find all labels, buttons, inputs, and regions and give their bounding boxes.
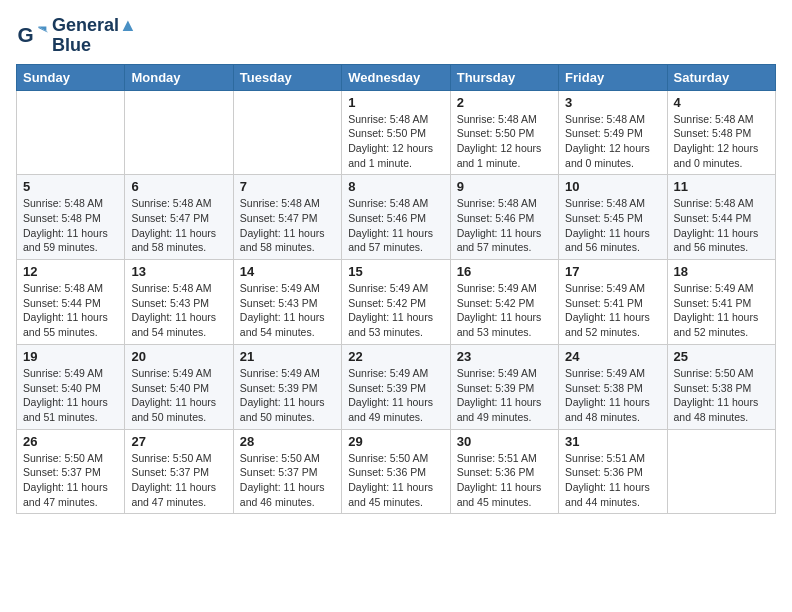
day-info-line: Daylight: 11 hours (240, 480, 335, 495)
calendar-cell: 1Sunrise: 5:48 AMSunset: 5:50 PMDaylight… (342, 90, 450, 175)
day-info-line: Daylight: 11 hours (348, 310, 443, 325)
day-info-line: Daylight: 11 hours (131, 310, 226, 325)
calendar-week-row: 12Sunrise: 5:48 AMSunset: 5:44 PMDayligh… (17, 260, 776, 345)
calendar-cell: 3Sunrise: 5:48 AMSunset: 5:49 PMDaylight… (559, 90, 667, 175)
day-number: 20 (131, 349, 226, 364)
day-info-line: Sunrise: 5:48 AM (23, 281, 118, 296)
day-info-line: Daylight: 11 hours (240, 226, 335, 241)
day-info-line: Sunrise: 5:48 AM (131, 196, 226, 211)
day-info-line: and 52 minutes. (565, 325, 660, 340)
day-number: 18 (674, 264, 769, 279)
day-info-line: Sunset: 5:46 PM (457, 211, 552, 226)
day-info-line: and 48 minutes. (674, 410, 769, 425)
calendar-cell: 14Sunrise: 5:49 AMSunset: 5:43 PMDayligh… (233, 260, 341, 345)
day-number: 19 (23, 349, 118, 364)
day-number: 23 (457, 349, 552, 364)
day-info-line: Sunrise: 5:50 AM (131, 451, 226, 466)
calendar-cell (667, 429, 775, 514)
day-info-line: Sunset: 5:44 PM (674, 211, 769, 226)
day-info-line: Sunrise: 5:48 AM (23, 196, 118, 211)
weekday-header: Friday (559, 64, 667, 90)
day-info-line: Daylight: 11 hours (674, 395, 769, 410)
day-info-line: Daylight: 11 hours (348, 226, 443, 241)
day-info-line: Sunset: 5:41 PM (565, 296, 660, 311)
weekday-header: Wednesday (342, 64, 450, 90)
day-number: 6 (131, 179, 226, 194)
day-number: 13 (131, 264, 226, 279)
day-number: 21 (240, 349, 335, 364)
calendar-cell: 10Sunrise: 5:48 AMSunset: 5:45 PMDayligh… (559, 175, 667, 260)
day-info-line: Sunset: 5:41 PM (674, 296, 769, 311)
day-info-line: Sunset: 5:40 PM (23, 381, 118, 396)
day-info-line: Sunset: 5:47 PM (131, 211, 226, 226)
day-info-line: Sunset: 5:37 PM (131, 465, 226, 480)
day-info-line: Daylight: 11 hours (565, 310, 660, 325)
day-info-line: Daylight: 11 hours (457, 226, 552, 241)
day-info-line: Sunrise: 5:49 AM (348, 281, 443, 296)
day-info-line: Daylight: 12 hours (565, 141, 660, 156)
day-info-line: Sunset: 5:42 PM (348, 296, 443, 311)
calendar-cell: 8Sunrise: 5:48 AMSunset: 5:46 PMDaylight… (342, 175, 450, 260)
day-info-line: and 58 minutes. (240, 240, 335, 255)
day-info-line: Sunrise: 5:48 AM (348, 112, 443, 127)
day-info-line: Sunset: 5:47 PM (240, 211, 335, 226)
calendar-cell: 26Sunrise: 5:50 AMSunset: 5:37 PMDayligh… (17, 429, 125, 514)
logo: G General▲ Blue (16, 16, 137, 56)
calendar-cell (233, 90, 341, 175)
day-info-line: Sunrise: 5:49 AM (131, 366, 226, 381)
day-info-line: and 44 minutes. (565, 495, 660, 510)
day-number: 29 (348, 434, 443, 449)
day-info-line: Daylight: 11 hours (674, 226, 769, 241)
day-info-line: Sunrise: 5:49 AM (457, 366, 552, 381)
day-info-line: Sunrise: 5:48 AM (131, 281, 226, 296)
calendar-cell: 21Sunrise: 5:49 AMSunset: 5:39 PMDayligh… (233, 344, 341, 429)
calendar-cell: 29Sunrise: 5:50 AMSunset: 5:36 PMDayligh… (342, 429, 450, 514)
day-info-line: Sunrise: 5:50 AM (240, 451, 335, 466)
day-info-line: Sunrise: 5:49 AM (674, 281, 769, 296)
logo-text: General▲ Blue (52, 16, 137, 56)
calendar-cell: 11Sunrise: 5:48 AMSunset: 5:44 PMDayligh… (667, 175, 775, 260)
day-number: 16 (457, 264, 552, 279)
day-info-line: Sunrise: 5:51 AM (565, 451, 660, 466)
header: G General▲ Blue (16, 16, 776, 56)
day-number: 14 (240, 264, 335, 279)
day-info-line: Sunset: 5:48 PM (23, 211, 118, 226)
day-info-line: and 56 minutes. (565, 240, 660, 255)
day-info-line: Sunset: 5:36 PM (348, 465, 443, 480)
day-info-line: and 45 minutes. (348, 495, 443, 510)
day-number: 30 (457, 434, 552, 449)
weekday-row: SundayMondayTuesdayWednesdayThursdayFrid… (17, 64, 776, 90)
day-info-line: Sunrise: 5:48 AM (457, 196, 552, 211)
calendar-cell: 23Sunrise: 5:49 AMSunset: 5:39 PMDayligh… (450, 344, 558, 429)
calendar-cell: 16Sunrise: 5:49 AMSunset: 5:42 PMDayligh… (450, 260, 558, 345)
day-info-line: and 46 minutes. (240, 495, 335, 510)
day-info-line: Daylight: 12 hours (457, 141, 552, 156)
day-info-line: and 47 minutes. (131, 495, 226, 510)
day-info-line: and 0 minutes. (674, 156, 769, 171)
day-info-line: Sunrise: 5:51 AM (457, 451, 552, 466)
day-info-line: Daylight: 12 hours (348, 141, 443, 156)
day-info-line: Sunset: 5:37 PM (240, 465, 335, 480)
calendar-cell: 9Sunrise: 5:48 AMSunset: 5:46 PMDaylight… (450, 175, 558, 260)
day-info-line: Sunset: 5:38 PM (565, 381, 660, 396)
day-info-line: and 1 minute. (457, 156, 552, 171)
day-number: 5 (23, 179, 118, 194)
day-info-line: Sunrise: 5:48 AM (240, 196, 335, 211)
calendar-cell (17, 90, 125, 175)
day-info-line: Sunset: 5:42 PM (457, 296, 552, 311)
calendar-cell: 20Sunrise: 5:49 AMSunset: 5:40 PMDayligh… (125, 344, 233, 429)
day-info-line: Daylight: 11 hours (348, 395, 443, 410)
calendar-header: SundayMondayTuesdayWednesdayThursdayFrid… (17, 64, 776, 90)
calendar-body: 1Sunrise: 5:48 AMSunset: 5:50 PMDaylight… (17, 90, 776, 514)
day-info-line: and 54 minutes. (131, 325, 226, 340)
day-number: 12 (23, 264, 118, 279)
day-info-line: Daylight: 11 hours (23, 395, 118, 410)
day-info-line: Sunset: 5:39 PM (348, 381, 443, 396)
day-info-line: Sunrise: 5:48 AM (565, 112, 660, 127)
day-number: 24 (565, 349, 660, 364)
calendar-cell: 22Sunrise: 5:49 AMSunset: 5:39 PMDayligh… (342, 344, 450, 429)
calendar-cell: 7Sunrise: 5:48 AMSunset: 5:47 PMDaylight… (233, 175, 341, 260)
day-info-line: Sunset: 5:43 PM (240, 296, 335, 311)
calendar-cell (125, 90, 233, 175)
day-info-line: Sunset: 5:50 PM (457, 126, 552, 141)
